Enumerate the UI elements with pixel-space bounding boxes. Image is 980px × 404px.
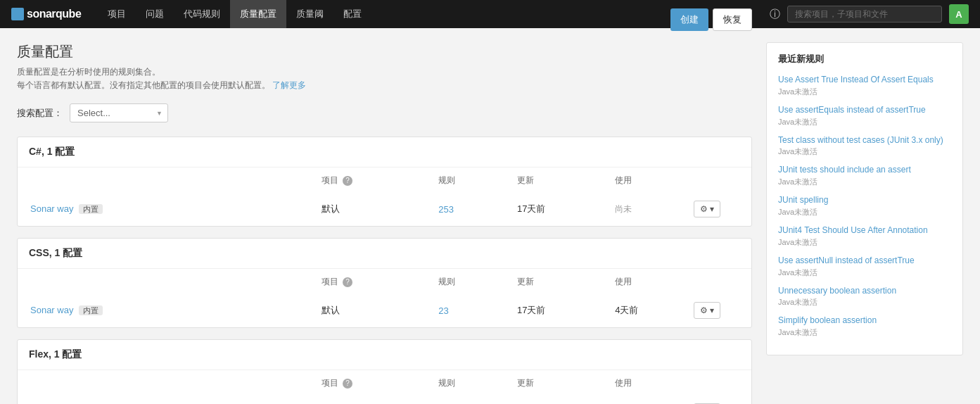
chevron-down-icon: ▾: [710, 204, 714, 214]
nav-settings[interactable]: 配置: [333, 0, 371, 28]
logo-text: sonarqube: [27, 8, 81, 20]
css-section-header: CSS, 1 配置: [18, 239, 751, 269]
rule-sub-2: Java未激活: [778, 146, 951, 157]
table-row: Sonar way 内置 默认 47 17天前 尚未 ⚙ ▾: [19, 396, 750, 404]
page-desc2: 每个语言都有默认配置。没有指定其他配置的项目会使用默认配置。 了解更多: [17, 79, 752, 92]
csharp-table: 项目 ? 规则 更新 使用 Sonar way 内置: [18, 168, 751, 226]
page-desc1: 质量配置是在分析时使用的规则集合。: [17, 65, 752, 79]
css-col-use: 使用: [604, 270, 681, 293]
css-update-cell: 17天前: [506, 295, 602, 326]
nav-projects[interactable]: 项目: [98, 0, 136, 28]
nav-rules[interactable]: 代码规则: [174, 0, 230, 28]
help-icon[interactable]: ⓘ: [770, 8, 780, 21]
user-avatar[interactable]: A: [949, 4, 969, 24]
learn-more-link[interactable]: 了解更多: [272, 80, 306, 90]
nav-quality-gates[interactable]: 质量阈: [286, 0, 333, 28]
css-gear-button[interactable]: ⚙ ▾: [694, 302, 720, 319]
css-col-project: 项目 ?: [310, 270, 426, 293]
nav-quality-profiles[interactable]: 质量配置: [230, 0, 286, 28]
css-project-help-icon[interactable]: ?: [343, 277, 352, 287]
flex-rules-cell: 47: [427, 396, 504, 404]
filter-label: 搜索配置：: [17, 107, 63, 120]
nav-issues[interactable]: 问题: [136, 0, 174, 28]
rule-link-1[interactable]: Use assertEquals instead of assertTrue: [778, 104, 951, 116]
csharp-use-cell: 尚未: [604, 194, 681, 225]
rule-link-4[interactable]: JUnit spelling: [778, 194, 951, 206]
rule-link-2[interactable]: Test class without test cases (JUnit 3.x…: [778, 134, 951, 146]
css-section: CSS, 1 配置 项目 ? 规则 更新 使用: [17, 238, 752, 328]
rule-link-7[interactable]: Unnecessary boolean assertion: [778, 285, 951, 297]
list-item: JUnit spelling Java未激活: [778, 194, 951, 217]
list-item: Unnecessary boolean assertion Java未激活: [778, 285, 951, 308]
chevron-down-icon: ▾: [710, 305, 714, 315]
table-row: Sonar way 内置 默认 253 17天前 尚未 ⚙ ▾: [19, 194, 750, 225]
css-builtin-badge: 内置: [79, 305, 103, 315]
css-profile-link[interactable]: Sonar way: [30, 305, 73, 315]
flex-use-cell: 尚未: [604, 396, 681, 404]
create-button[interactable]: 创建: [670, 8, 708, 31]
list-item: JUnit tests should include an assert Jav…: [778, 164, 951, 187]
csharp-action-cell: ⚙ ▾: [682, 194, 750, 225]
csharp-section: C#, 1 配置 项目 ? 规则 更新 使用: [17, 137, 752, 227]
list-item: Use assertEquals instead of assertTrue J…: [778, 104, 951, 127]
css-action-cell: ⚙ ▾: [682, 295, 750, 326]
csharp-col-use: 使用: [604, 169, 681, 192]
rule-link-6[interactable]: Use assertNull instead of assertTrue: [778, 255, 951, 267]
rule-link-5[interactable]: JUnit4 Test Should Use After Annotation: [778, 225, 951, 236]
csharp-profile-link[interactable]: Sonar way: [30, 203, 73, 214]
list-item: Use Assert True Instead Of Assert Equals…: [778, 74, 951, 97]
rule-sub-7: Java未激活: [778, 297, 951, 308]
list-item: JUnit4 Test Should Use After Annotation …: [778, 225, 951, 248]
page-header: 创建 恢复 质量配置 质量配置是在分析时使用的规则集合。 每个语言都有默认配置。…: [17, 42, 752, 92]
profile-search-select[interactable]: Select...: [70, 103, 168, 122]
flex-project-cell: 默认: [310, 396, 426, 404]
gear-icon: ⚙: [700, 204, 708, 214]
global-search-input[interactable]: [787, 6, 942, 23]
nav-right: ⓘ A: [770, 4, 969, 24]
logo-cube: [11, 8, 24, 20]
rule-sub-8: Java未激活: [778, 327, 951, 338]
list-item: Use assertNull instead of assertTrue Jav…: [778, 255, 951, 278]
flex-table: 项目 ? 规则 更新 使用 Sonar way 内置: [18, 370, 751, 404]
css-use-cell: 4天前: [604, 295, 681, 326]
list-item: Simplify boolean assertion Java未激活: [778, 315, 951, 338]
csharp-update-cell: 17天前: [506, 194, 602, 225]
flex-action-cell: ⚙ ▾: [682, 396, 750, 404]
csharp-col-project: 项目 ?: [310, 169, 426, 192]
gear-icon: ⚙: [700, 305, 708, 315]
csharp-rules-cell: 253: [427, 194, 504, 225]
css-project-cell: 默认: [310, 295, 426, 326]
project-help-icon[interactable]: ?: [343, 176, 352, 186]
recent-rules-card: 最近新规则 Use Assert True Instead Of Assert …: [766, 42, 963, 355]
rule-link-0[interactable]: Use Assert True Instead Of Assert Equals: [778, 74, 951, 86]
flex-col-update: 更新: [506, 372, 602, 395]
csharp-gear-button[interactable]: ⚙ ▾: [694, 201, 720, 217]
sidebar: 最近新规则 Use Assert True Instead Of Assert …: [766, 42, 963, 404]
rule-link-3[interactable]: JUnit tests should include an assert: [778, 164, 951, 176]
rule-sub-3: Java未激活: [778, 177, 951, 187]
table-row: Sonar way 内置 默认 23 17天前 4天前 ⚙ ▾: [19, 295, 750, 326]
rule-sub-4: Java未激活: [778, 207, 951, 217]
csharp-section-header: C#, 1 配置: [18, 137, 751, 168]
content-area: 创建 恢复 质量配置 质量配置是在分析时使用的规则集合。 每个语言都有默认配置。…: [17, 42, 752, 404]
rule-sub-0: Java未激活: [778, 87, 951, 97]
filter-row: 搜索配置： Select...: [17, 103, 752, 122]
logo[interactable]: sonarqube: [11, 8, 81, 20]
list-item: Test class without test cases (JUnit 3.x…: [778, 134, 951, 158]
css-col-rules: 规则: [427, 270, 504, 293]
restore-button[interactable]: 恢复: [713, 8, 752, 31]
flex-project-help-icon[interactable]: ?: [343, 379, 352, 389]
select-wrapper: Select...: [70, 103, 168, 122]
csharp-col-rules: 规则: [427, 169, 504, 192]
csharp-project-cell: 默认: [310, 194, 426, 225]
flex-col-rules: 规则: [427, 372, 504, 395]
rule-link-8[interactable]: Simplify boolean assertion: [778, 315, 951, 327]
main-container: 创建 恢复 质量配置 质量配置是在分析时使用的规则集合。 每个语言都有默认配置。…: [0, 28, 980, 404]
css-col-update: 更新: [506, 270, 602, 293]
flex-update-cell: 17天前: [506, 396, 602, 404]
sidebar-title: 最近新规则: [778, 53, 951, 65]
css-rules-cell: 23: [427, 295, 504, 326]
rule-sub-6: Java未激活: [778, 267, 951, 278]
rule-sub-1: Java未激活: [778, 117, 951, 127]
flex-section: Flex, 1 配置 项目 ? 规则 更新 使用: [17, 339, 752, 404]
